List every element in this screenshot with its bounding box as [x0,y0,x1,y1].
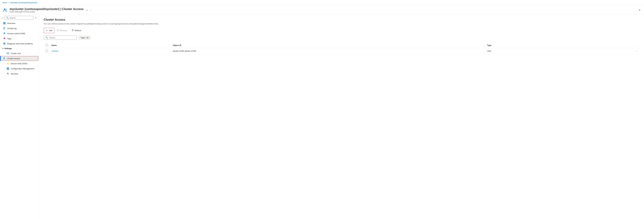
sidebar: ◇ 🔍 « Overview Activity log [0,14,39,219]
sidebar-item-cluster-size[interactable]: Cluster size [0,51,39,56]
page-title: mycluster (contosopool/mycluster) | Clus… [10,7,84,11]
services-icon [6,72,9,75]
page-header: mycluster (contosopool/mycluster) | Clus… [0,6,644,14]
sidebar-item-activity-log[interactable]: Activity log [0,26,39,31]
settings-section-label: Settings [4,47,12,50]
refresh-label: Refresh [75,29,82,32]
svg-point-21 [7,73,8,74]
row-actions-cell[interactable]: ··· [578,48,639,54]
header-icon [2,8,8,13]
svg-rect-2 [3,22,4,23]
activity-log-icon [3,27,6,30]
toolbar: ＋ Add Remove Refresh [44,28,639,33]
svg-point-10 [5,33,5,33]
filter-search-input[interactable] [49,37,75,39]
sidebar-item-config-management-label: Configuration Management [11,68,34,70]
remove-label: Remove [60,29,67,32]
breadcrumb-home[interactable]: Home [2,2,7,4]
table-row: contoso abcde-12345-abcde-12345 User ··· [44,48,639,54]
add-icon: ＋ [46,29,48,32]
sidebar-item-cluster-access[interactable]: Cluster Access [0,56,39,61]
remove-icon [57,29,59,32]
svg-rect-4 [3,23,4,24]
svg-rect-5 [4,23,6,24]
sidebar-item-config-management[interactable]: Configuration Management [0,66,39,71]
header-actions: ☆ ··· [86,9,92,12]
sidebar-item-tags[interactable]: Tags [0,36,39,41]
row-select-checkbox[interactable] [46,50,48,52]
sidebar-item-secure-shell[interactable]: Secure shell (SSH) [0,61,39,66]
svg-point-14 [4,58,5,58]
header-text: mycluster (contosopool/mycluster) | Clus… [10,7,84,13]
settings-chevron-icon: ▾ [2,48,3,50]
sidebar-item-diagnose[interactable]: Diagnose and solve problems [0,41,39,46]
row-name-link[interactable]: contoso [52,50,58,52]
sidebar-item-secure-shell-label: Secure shell (SSH) [11,63,28,65]
sidebar-item-diagnose-label: Diagnose and solve problems [7,43,33,45]
svg-rect-3 [4,22,6,23]
config-management-icon [6,67,9,70]
select-all-checkbox[interactable] [46,44,48,46]
svg-point-1 [6,9,7,10]
sidebar-search-input[interactable] [10,17,32,19]
sidebar-search-box[interactable]: 🔍 [5,16,33,20]
close-button[interactable]: × [638,8,642,12]
add-button[interactable]: ＋ Add [44,28,54,33]
sidebar-item-cluster-size-label: Cluster size [11,52,21,55]
sidebar-collapse-button[interactable]: « [34,16,37,20]
col-object-id: Object ID [171,43,485,48]
content-description: You can control access to the cluster en… [44,23,178,25]
favorite-icon[interactable]: ☆ [86,9,88,12]
sidebar-item-overview[interactable]: Overview [0,21,39,26]
svg-rect-20 [8,69,9,70]
remove-button[interactable]: Remove [55,28,69,33]
filter-search-icon: 🔍 [45,36,48,39]
select-all-header [44,43,50,48]
col-name: Name [50,43,171,48]
main-layout: ◇ 🔍 « Overview Activity log [0,14,644,219]
sidebar-section-settings[interactable]: ▾ Settings [0,46,39,51]
row-type-cell: User [485,48,578,54]
page-subtitle: Azure HDInsight on AKS cluster [10,11,84,13]
more-options-icon[interactable]: ··· [90,9,92,12]
type-filter-badge[interactable]: Type : All [78,36,91,40]
table-body: contoso abcde-12345-abcde-12345 User ··· [44,48,639,54]
sidebar-item-access-control-label: Access control (IAM) [7,32,25,35]
svg-rect-17 [7,68,8,69]
content-area: Cluster Access You can control access to… [39,14,644,219]
sidebar-item-cluster-access-label: Cluster Access [7,57,20,60]
sidebar-item-services[interactable]: Services [0,71,39,76]
svg-point-11 [4,38,4,38]
filter-search-box[interactable]: 🔍 [44,36,77,40]
table-header: Name Object ID Type [44,43,639,48]
svg-rect-19 [7,69,8,70]
svg-rect-13 [7,53,9,54]
cluster-size-icon [6,52,9,55]
filter-row: 🔍 Type : All [44,36,639,40]
breadcrumb-current[interactable]: mycluster (contosopool/mycluster) [10,2,37,4]
sidebar-top: ◇ 🔍 « [0,15,39,21]
sidebar-item-services-label: Services [11,73,18,75]
secure-shell-icon [6,62,9,65]
row-checkbox-cell[interactable] [44,48,50,54]
row-name-cell: contoso [50,48,171,54]
refresh-button[interactable]: Refresh [70,28,84,33]
sidebar-item-tags-label: Tags [7,38,11,40]
sidebar-search-icon: 🔍 [6,17,8,19]
sidebar-item-activity-log-label: Activity log [7,27,16,30]
cluster-access-icon [3,57,6,60]
breadcrumb-separator: > [8,2,9,4]
svg-point-9 [4,33,5,33]
diagnose-icon [3,42,6,45]
svg-rect-6 [3,28,6,28]
svg-point-0 [4,9,6,10]
col-type: Type [485,43,578,48]
svg-rect-8 [3,29,5,29]
data-table: Name Object ID Type contoso abcde-12345-… [44,43,639,54]
refresh-icon [72,29,74,32]
row-object-id-cell: abcde-12345-abcde-12345 [171,48,485,54]
sidebar-item-access-control[interactable]: Access control (IAM) [0,31,39,36]
overview-icon [3,22,6,25]
nav-pin-icon: ◇ [2,17,4,19]
col-actions-header [578,43,639,48]
